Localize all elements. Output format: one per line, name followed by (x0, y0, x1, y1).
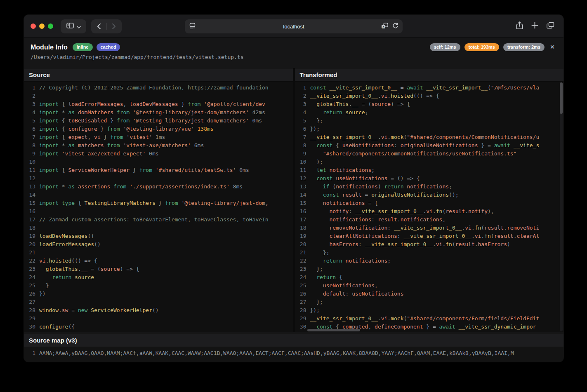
code-line: 25 } (24, 282, 293, 290)
code-line: 12 (24, 174, 293, 183)
code-line: 23 }; (295, 265, 564, 273)
back-button[interactable] (92, 19, 106, 33)
reload-icon[interactable] (392, 23, 398, 31)
code-line: 19 clearAllNotifications: __vite_ssr_imp… (295, 232, 564, 240)
vertical-scrollbar-thumb[interactable] (560, 82, 563, 114)
code-line: 16 (24, 207, 293, 216)
code-line: 17// Zammad custom assertions: toBeAvata… (24, 216, 293, 224)
line-number: 8 (24, 141, 35, 150)
code-line-content: __vite_ssr_import_0__.vi.mock("#shared/c… (306, 315, 540, 323)
code-line-content: loadErrorMessages() (35, 240, 101, 249)
forward-button[interactable] (107, 19, 122, 33)
code-line: 6}); (295, 125, 564, 133)
code-line: 10 (24, 158, 293, 166)
code-line: 3 globalThis.__ = (source) => { (295, 100, 564, 108)
code-line-content: loadDevMessages() (35, 232, 94, 240)
code-line-content: } (35, 282, 49, 290)
code-line: 22vi.hoisted(() => { (24, 257, 293, 265)
code-line-content: }); (306, 125, 320, 133)
line-number: 4 (24, 108, 35, 117)
page-settings-icon[interactable] (189, 23, 196, 31)
close-window-button[interactable] (31, 23, 36, 29)
code-line: 12 const useNotifications = () => { (295, 174, 564, 183)
code-line-content: import * as assertions from './support/a… (35, 183, 243, 191)
code-line-content: }; (306, 265, 323, 273)
code-line-content: import { configure } from '@testing-libr… (35, 125, 214, 133)
transformed-code[interactable]: 1const __vite_ssr_import_0__ = await __v… (295, 82, 564, 332)
code-line-content: const __vite_ssr_import_0__ = await __vi… (306, 84, 540, 92)
code-line: 9 "#shared/components/CommonNotification… (295, 150, 564, 158)
line-number: 4 (295, 108, 306, 117)
code-line: 2 (24, 92, 293, 100)
line-number: 21 (295, 249, 306, 257)
code-line-content (35, 158, 39, 166)
line-number: 9 (295, 150, 306, 158)
code-line-content: removeNotification: __vite_ssr_import_0_… (306, 224, 540, 232)
zoom-window-button[interactable] (48, 23, 53, 29)
close-icon[interactable]: × (548, 42, 557, 52)
code-line-content: window.sw = new ServiceWorkerHelper() (35, 306, 159, 315)
code-line-content (35, 249, 39, 257)
traffic-lights (31, 23, 53, 29)
line-number: 14 (295, 191, 306, 199)
code-line-content: clearAllNotifications: __vite_ssr_import… (306, 232, 540, 240)
code-line: 7import { expect, vi } from 'vitest' 1ms (24, 133, 293, 141)
code-line: 26}) (24, 290, 293, 298)
source-code[interactable]: 1// Copyright (C) 2012-2025 Zammad Found… (24, 82, 293, 332)
line-number: 13 (295, 183, 306, 191)
nav-buttons (91, 19, 122, 33)
horizontal-scrollbar-thumb[interactable] (307, 329, 360, 331)
chevron-down-icon (77, 23, 81, 30)
line-number: 27 (24, 298, 35, 306)
module-file-path: /Users/vladimir/Projects/zammad/app/fron… (31, 54, 557, 60)
code-line: 15 notifications = { (295, 199, 564, 207)
line-number: 3 (24, 100, 35, 108)
line-number: 22 (295, 257, 306, 265)
code-line: 1const __vite_ssr_import_0__ = await __v… (295, 84, 564, 92)
code-line: 17 notifications: result.notifications, (295, 216, 564, 224)
status-badge: transform: 2ms (503, 43, 545, 51)
line-number: 16 (24, 207, 35, 216)
status-badge: inline (73, 43, 93, 51)
line-number: 15 (295, 199, 306, 207)
code-line-content: notify: __vite_ssr_import_0__.vi.fn(resu… (306, 207, 494, 216)
code-line-content: import type { TestingLibraryMatchers } f… (35, 199, 269, 207)
code-line-content: // Copyright (C) 2012-2025 Zammad Founda… (35, 84, 269, 92)
line-number: 12 (24, 174, 35, 183)
translate-icon[interactable]: x (381, 23, 388, 31)
line-number: 7 (295, 133, 306, 141)
code-line-content: return { (306, 273, 342, 282)
share-icon[interactable] (516, 21, 523, 31)
line-number: 11 (295, 166, 306, 174)
line-number: 19 (24, 232, 35, 240)
code-line-content: }; (306, 249, 330, 257)
code-line: 21 }; (295, 249, 564, 257)
page-title: Module Info (31, 44, 68, 51)
code-line: 13 if (notifications) return notificatio… (295, 183, 564, 191)
code-line: 9import 'vitest-axe/extend-expect' 0ms (24, 150, 293, 158)
status-badge: total: 193ms (464, 43, 499, 51)
code-line: 14 (24, 191, 293, 199)
address-bar[interactable]: localhost x (185, 19, 403, 33)
code-line-content: import { ServiceWorkerHelper } from '#sh… (35, 166, 249, 174)
code-line-content: notifications = { (306, 199, 378, 207)
sidebar-toggle-button[interactable] (61, 19, 86, 33)
line-number: 1 (24, 349, 35, 357)
minimize-window-button[interactable] (39, 23, 45, 29)
code-line: 29 (24, 315, 293, 323)
code-line: 8import * as matchers from 'vitest-axe/m… (24, 141, 293, 150)
new-tab-icon[interactable] (531, 22, 538, 31)
code-line: 13import * as assertions from './support… (24, 183, 293, 191)
code-line-content (35, 207, 39, 216)
line-number: 10 (295, 158, 306, 166)
code-line-content: let notifications; (306, 166, 375, 174)
line-number: 20 (295, 240, 306, 249)
line-number: 6 (24, 125, 35, 133)
code-line-content: AAMA;AAeA,yBAAG,QAAQ,MAAM;AACf,aAAW,KAAK… (35, 349, 514, 357)
tab-overview-icon[interactable] (547, 22, 554, 31)
line-number: 14 (24, 191, 35, 199)
line-number: 29 (295, 315, 306, 323)
code-line-content: return source; (306, 108, 368, 117)
sourcemap-code[interactable]: 1AAMA;AAeA,yBAAG,QAAQ,MAAM;AACf,aAAW,KAA… (24, 347, 563, 362)
code-line: 20 hasErrors: __vite_ssr_import_0__.vi.f… (295, 240, 564, 249)
